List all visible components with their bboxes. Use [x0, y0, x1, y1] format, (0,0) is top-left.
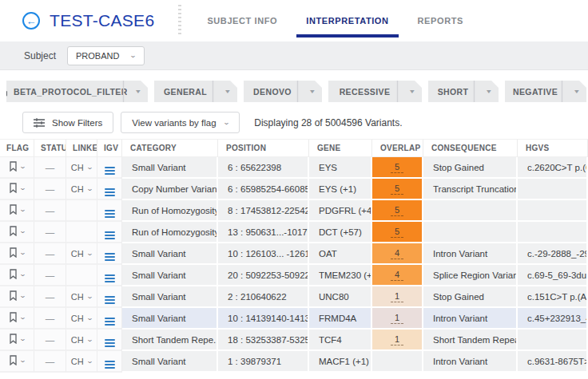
overlap-value[interactable]: 1 — [391, 313, 403, 324]
show-filters-button[interactable]: Show Filters — [22, 112, 113, 133]
table-row[interactable]: ⌄—Run of Homozygosity13 : 950631...-1017… — [0, 222, 588, 243]
filter-tab-recessive[interactable]: RECESSIVE▾ — [328, 81, 422, 102]
table-row[interactable]: ⌄—Small Variant20 : 5092253-5092254TMEM2… — [0, 265, 588, 286]
filter-tab-general[interactable]: GENERAL▾ — [154, 81, 237, 102]
table-row[interactable]: ⌄—Run of Homozygosity8 : 17453812-225429… — [0, 200, 588, 222]
filter-tab-label: RECESSIVE — [328, 81, 401, 102]
overlap-cell: 1 — [372, 330, 423, 351]
filter-tab-negative[interactable]: NEGATIVE▾ — [505, 81, 586, 102]
linked-cell: CH⌄ — [66, 351, 97, 373]
igv-button[interactable] — [105, 339, 115, 347]
status-cell: — — [34, 243, 66, 265]
flag-button[interactable]: ⌄ — [9, 247, 26, 258]
linked-cell: CH⌄ — [66, 330, 97, 351]
filter-tab-caret-icon[interactable]: ▾ — [297, 81, 326, 102]
flag-cell: ⌄ — [0, 351, 34, 373]
display-status: Displaying 28 of 5004596 Variants. — [254, 117, 402, 128]
igv-cell — [97, 200, 122, 222]
overlap-cell: 1 — [372, 308, 423, 330]
gene-cell: PDGFRL (+47) — [309, 200, 372, 222]
igv-cell — [97, 222, 122, 243]
back-button[interactable]: ← — [22, 12, 40, 30]
flag-button[interactable]: ⌄ — [9, 334, 26, 344]
filter-tab-beta_protocol_filters[interactable]: BETA_PROTOCOL_FILTERS▾ — [6, 81, 148, 102]
position-cell: 10 : 14139140-14139141 — [218, 308, 309, 330]
overlap-value[interactable]: 5 — [391, 184, 403, 195]
linked-dropdown[interactable]: CH⌄ — [71, 314, 93, 323]
filter-tab-caret-icon[interactable]: ▾ — [213, 81, 241, 102]
linked-dropdown[interactable]: CH⌄ — [71, 249, 93, 259]
status-cell: — — [34, 330, 66, 351]
flag-button[interactable]: ⌄ — [9, 290, 26, 301]
igv-button[interactable] — [105, 210, 115, 218]
hgvs-cell: c.-29-2888_-29-2... — [518, 243, 588, 265]
igv-button[interactable] — [105, 253, 115, 261]
chevron-down-icon: ⌄ — [85, 293, 93, 300]
flag-button[interactable]: ⌄ — [9, 312, 26, 322]
chevron-down-icon: ⌄ — [85, 336, 93, 343]
filter-tab-caret-icon[interactable]: ▾ — [562, 81, 588, 102]
table-row[interactable]: ⌄—CH⌄Small Variant10 : 14139140-14139141… — [0, 308, 588, 330]
linked-dropdown[interactable]: CH⌄ — [71, 335, 93, 345]
igv-button[interactable] — [105, 188, 115, 196]
igv-button[interactable] — [105, 296, 115, 304]
igv-button[interactable] — [105, 318, 115, 326]
overlap-value[interactable]: 1 — [391, 334, 403, 345]
igv-cell — [97, 157, 122, 179]
tab-interpretation[interactable]: INTERPRETATION — [292, 0, 403, 41]
igv-button[interactable] — [105, 274, 115, 282]
overlap-value[interactable]: 5 — [391, 227, 403, 238]
overlap-value[interactable]: 4 — [391, 248, 403, 259]
overlap-cell: 5 — [372, 200, 423, 222]
linked-cell — [66, 222, 97, 243]
linked-dropdown[interactable]: CH⌄ — [71, 163, 93, 172]
splitter-handle[interactable] — [178, 5, 181, 37]
table-row[interactable]: ⌄—CH⌄Small Variant1 : 39879371MACF1 (+1)… — [0, 351, 588, 373]
table-row[interactable]: ⌄—CH⌄Small Variant10 : 126103... -126103… — [0, 243, 588, 265]
overlap-value[interactable]: 1 — [391, 291, 403, 302]
tab-subject-info[interactable]: SUBJECT INFO — [193, 0, 292, 41]
flag-button[interactable]: ⌄ — [9, 183, 26, 193]
case-title: TEST-CASE6 — [50, 11, 154, 30]
gene-cell: TMEM230 (+1) — [309, 265, 372, 286]
flag-button[interactable]: ⌄ — [9, 161, 26, 172]
filter-tab-text: NEGATIVE — [513, 87, 558, 97]
overlap-value[interactable]: 5 — [391, 162, 403, 173]
linked-value: CH — [71, 292, 84, 302]
table-row[interactable]: ⌄—CH⌄Small Variant2 : 210640622UNC801Sto… — [0, 286, 588, 308]
filter-tab-denovo[interactable]: DENOVO▾ — [244, 81, 322, 102]
table-row[interactable]: ⌄—CH⌄Short Tandem Repe...18 : 53253387-5… — [0, 330, 588, 351]
igv-button[interactable] — [105, 231, 115, 239]
category-cell: Copy Number Variant — [122, 179, 218, 200]
category-cell: Small Variant — [122, 157, 218, 179]
igv-button[interactable] — [105, 167, 115, 175]
filter-tab-caret-icon[interactable]: ▾ — [123, 81, 152, 102]
flag-button[interactable]: ⌄ — [9, 226, 26, 236]
overlap-value[interactable]: 4 — [391, 270, 403, 281]
linked-dropdown[interactable]: CH⌄ — [71, 357, 93, 366]
overlap-value[interactable]: 5 — [391, 205, 403, 216]
filter-tab-short[interactable]: SHORT▾ — [428, 81, 499, 102]
igv-button[interactable] — [105, 361, 115, 369]
flag-button[interactable]: ⌄ — [9, 269, 26, 279]
linked-dropdown[interactable]: CH⌄ — [71, 184, 93, 194]
overlap-cell: 5 — [372, 157, 423, 179]
table-row[interactable]: ⌄—CH⌄Small Variant6 : 65622398EYS5Stop G… — [0, 157, 588, 179]
gene-cell: EYS (+1) — [309, 179, 372, 200]
column-header-consequence: CONSEQUENCE — [423, 139, 518, 157]
flag-button[interactable]: ⌄ — [9, 204, 26, 215]
flag-cell: ⌄ — [0, 286, 34, 308]
linked-dropdown[interactable]: CH⌄ — [71, 292, 93, 302]
chevron-down-icon: ⌄ — [18, 184, 26, 191]
filter-tab-caret-icon[interactable]: ▾ — [397, 81, 426, 102]
flag-button[interactable]: ⌄ — [9, 355, 26, 365]
overlap-cell: 4 — [372, 243, 423, 265]
view-by-flag-dropdown[interactable]: View variants by flag ⌄ — [121, 112, 240, 133]
table-row[interactable]: ⌄—CH⌄Copy Number Variant6 : 65985254-660… — [0, 179, 588, 200]
filter-tab-caret-icon[interactable]: ▾ — [474, 81, 503, 102]
hgvs-cell — [518, 200, 588, 222]
tab-reports[interactable]: REPORTS — [403, 0, 478, 41]
subject-select[interactable]: PROBAND ⌄ — [67, 46, 145, 65]
linked-value: CH — [71, 357, 84, 366]
filter-tab-label: SHORT — [428, 81, 478, 102]
